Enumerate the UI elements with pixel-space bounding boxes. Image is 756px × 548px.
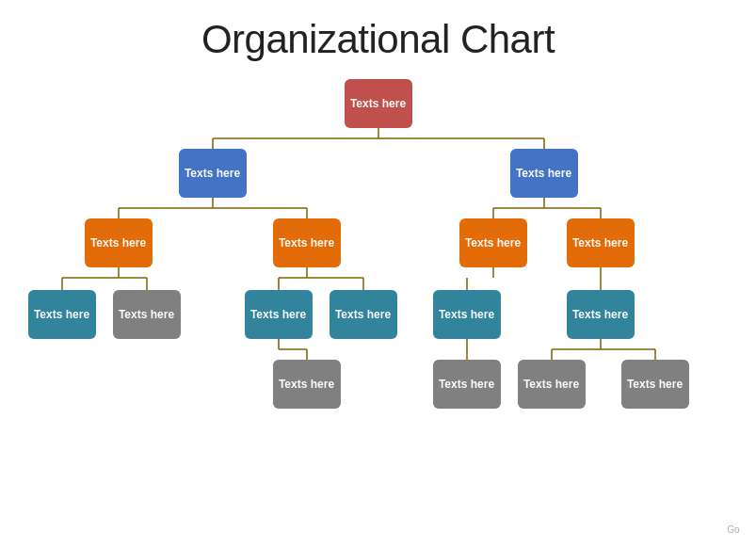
node-l3c: Texts here — [245, 290, 313, 339]
node-l3e: Texts here — [433, 290, 501, 339]
node-l1b: Texts here — [510, 149, 578, 198]
node-l2d: Texts here — [567, 218, 635, 267]
chart-container: Texts here Texts here Texts here Texts h… — [11, 79, 746, 539]
node-l3b: Texts here — [113, 290, 181, 339]
node-l3a: Texts here — [28, 290, 96, 339]
page-title: Organizational Chart — [201, 17, 555, 62]
node-root: Texts here — [345, 79, 412, 128]
node-l2b: Texts here — [273, 218, 341, 267]
node-l2a: Texts here — [85, 218, 153, 267]
node-l4a: Texts here — [273, 360, 341, 409]
node-l2c: Texts here — [459, 218, 527, 267]
node-l4c: Texts here — [518, 360, 586, 409]
node-l3f: Texts here — [567, 290, 635, 339]
node-l4b: Texts here — [433, 360, 501, 409]
node-l4d: Texts here — [621, 360, 689, 409]
page: Organizational Chart — [0, 0, 756, 548]
node-l1a: Texts here — [179, 149, 247, 198]
node-l3d: Texts here — [330, 290, 397, 339]
